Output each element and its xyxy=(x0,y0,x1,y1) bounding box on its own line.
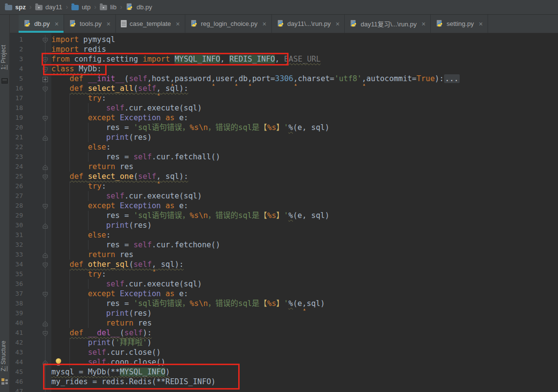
tab-tools.py[interactable]: tools.py× xyxy=(64,15,116,33)
code-line[interactable]: 20res = 'sql语句错误，%s\n，错误的sql是【%s】'%(e, s… xyxy=(10,123,558,132)
tool-window-button-structure[interactable]: Z: Structure xyxy=(0,341,10,371)
code-line[interactable]: 36self.cur.execute(sql) xyxy=(10,279,558,289)
breadcrumb-item-day11[interactable]: day11 xyxy=(35,3,62,11)
fold-marker-down[interactable] xyxy=(42,85,48,91)
fold-marker-plus[interactable] xyxy=(42,75,48,82)
highlighted-identifier: MYSQL_INFO xyxy=(175,55,220,64)
tab-close-icon[interactable]: × xyxy=(422,21,425,27)
line-number: 27 xyxy=(10,191,23,201)
fold-marker-up[interactable] xyxy=(42,251,48,258)
code-line[interactable]: 2import redis xyxy=(10,44,558,54)
code-line[interactable]: 18self.cur.execute(sql) xyxy=(10,103,558,113)
code-text: try: xyxy=(51,181,106,191)
code-text: print(res) xyxy=(51,220,152,230)
tab-close-icon[interactable]: × xyxy=(176,21,180,27)
code-line[interactable]: 31else: xyxy=(10,230,558,240)
tab-case_template[interactable]: case_template× xyxy=(116,15,185,33)
fold-marker-down[interactable] xyxy=(42,329,48,336)
code-line[interactable]: 41def __del__(self): xyxy=(10,328,558,338)
code-text: res = 'sql语句错误，%s\n，错误的sql是【%s】'%(e, sql… xyxy=(51,123,330,132)
tab-close-icon[interactable]: × xyxy=(335,21,339,27)
code-line[interactable]: 30print(res) xyxy=(10,220,558,230)
code-editor[interactable]: 1import pymysql2import redis3from config… xyxy=(10,33,558,392)
code-text: import redis xyxy=(51,44,106,54)
code-line[interactable]: 23res = self.cur.fetchall() xyxy=(10,152,558,162)
breadcrumb-item-utp[interactable]: utp xyxy=(71,3,90,11)
tab-close-icon[interactable]: × xyxy=(107,21,111,27)
code-text: else: xyxy=(51,142,111,152)
code-line[interactable]: 44self.coon.close() xyxy=(10,357,558,367)
fold-marker-up[interactable] xyxy=(42,222,48,228)
pycharm-window: spz›day11›utp›lib›db.py db.py×tools.py×c… xyxy=(0,0,558,392)
code-line[interactable]: 3from config.setting import MYSQL_INFO, … xyxy=(10,54,558,64)
code-line[interactable]: 34def other_sql(self, sql): xyxy=(10,260,558,269)
tab-db.py[interactable]: db.py× xyxy=(19,15,64,33)
tab-close-icon[interactable]: × xyxy=(55,21,59,27)
code-line[interactable]: 1import pymysql xyxy=(10,35,558,44)
code-line[interactable]: 17try: xyxy=(10,93,558,103)
indent-guide xyxy=(69,113,88,123)
fold-marker-down[interactable] xyxy=(42,202,48,209)
fold-marker-down[interactable] xyxy=(42,36,48,43)
indent-guide xyxy=(51,269,69,279)
code-line[interactable]: 27self.cur.execute(sql) xyxy=(10,191,558,201)
fold-marker-up[interactable] xyxy=(42,320,48,326)
intention-bulb-icon[interactable] xyxy=(56,358,61,364)
folder-dot-icon xyxy=(100,5,107,10)
fold-marker-down[interactable] xyxy=(42,56,48,62)
tab-day11复习\...\run.py[interactable]: day11复习\...\run.py× xyxy=(345,15,431,33)
code-line[interactable]: 16def select_all(self, sql): xyxy=(10,84,558,93)
breadcrumb-item-db.py[interactable]: db.py xyxy=(126,3,152,11)
indent-guide xyxy=(51,103,69,113)
indent-guide xyxy=(88,132,106,142)
folder-dot-icon xyxy=(35,5,43,10)
tab-day11\...\run.py[interactable]: day11\...\run.py× xyxy=(272,15,345,33)
code-line[interactable]: 32res = self.cur.fetchone() xyxy=(10,240,558,250)
code-line[interactable]: 22else: xyxy=(10,142,558,152)
code-line[interactable]: 46my_rides = redis.Redis(**REDIS_INFO) xyxy=(10,377,558,387)
code-line[interactable]: 24return res xyxy=(10,162,558,172)
code-line[interactable]: 19except Exception as e: xyxy=(10,113,558,123)
indent-guide xyxy=(69,357,88,367)
tab-close-icon[interactable]: × xyxy=(479,21,483,27)
code-line[interactable]: 5def __init__(self,host,password,user,db… xyxy=(10,74,558,84)
indent-guide xyxy=(69,308,88,318)
fold-marker-up[interactable] xyxy=(42,134,48,140)
fold-marker-down[interactable] xyxy=(42,65,48,72)
tab-setting.py[interactable]: setting.py× xyxy=(431,15,488,33)
code-line[interactable]: 45mysql = MyDb(**MYSQL_INFO) xyxy=(10,367,558,377)
fold-marker-down[interactable] xyxy=(42,173,48,179)
code-line[interactable]: 40return res xyxy=(10,318,558,328)
code-line[interactable]: 26try: xyxy=(10,181,558,191)
code-line[interactable]: 43self.cur.close() xyxy=(10,348,558,357)
tab-reg_login_choice.py[interactable]: reg_login_choice.py× xyxy=(185,15,272,33)
code-line[interactable]: 21print(res) xyxy=(10,132,558,142)
code-line[interactable]: 39print(res) xyxy=(10,308,558,318)
code-line[interactable]: 4class MyDb: xyxy=(10,64,558,74)
code-text: return res xyxy=(51,162,134,172)
code-line[interactable]: 42print('拜拜啦') xyxy=(10,338,558,348)
structure-icon[interactable] xyxy=(1,378,8,384)
breadcrumb-item-lib[interactable]: lib xyxy=(100,3,116,11)
indent-guide xyxy=(51,191,69,201)
breadcrumb-item-spz[interactable]: spz xyxy=(5,3,26,11)
fold-marker-down[interactable] xyxy=(42,261,48,267)
code-line[interactable]: 28except Exception as e: xyxy=(10,201,558,211)
code-line[interactable]: 29res = 'sql语句错误，%s\n，错误的sql是【%s】'%(e, s… xyxy=(10,211,558,220)
indent-guide xyxy=(88,103,106,113)
fold-marker-up[interactable] xyxy=(42,163,48,170)
fold-marker-down[interactable] xyxy=(42,290,48,297)
tab-close-icon[interactable]: × xyxy=(262,21,266,27)
code-line[interactable]: 25def select_one(self, sql): xyxy=(10,172,558,181)
code-line[interactable]: 37except Exception as e: xyxy=(10,289,558,299)
code-text: else: xyxy=(51,230,111,240)
tool-window-button-project[interactable]: 1: Project xyxy=(0,45,10,70)
code-line[interactable]: 38res = 'sql语句错误，%s\n，错误的sql是【%s】'%(e,sq… xyxy=(10,299,558,308)
line-number: 16 xyxy=(10,84,23,93)
fold-marker-up[interactable] xyxy=(42,359,48,365)
fold-marker-down[interactable] xyxy=(42,114,48,121)
code-line[interactable]: 33return res xyxy=(10,250,558,260)
code-line[interactable]: 35try: xyxy=(10,269,558,279)
code-line[interactable]: 47 xyxy=(10,387,558,392)
tool-window-icon[interactable] xyxy=(1,78,8,84)
